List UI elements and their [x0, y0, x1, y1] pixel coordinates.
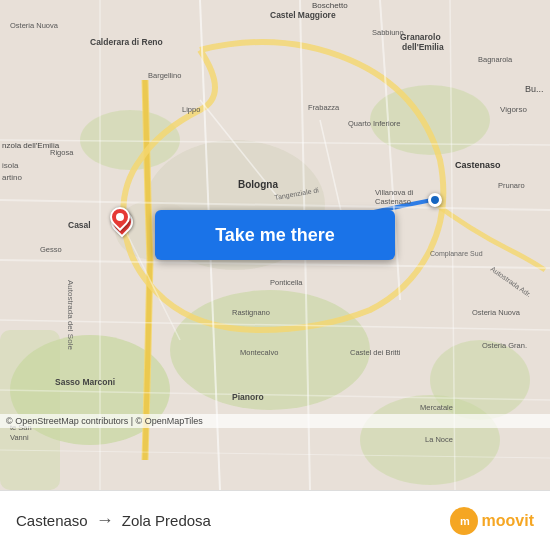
svg-text:Bagnarola: Bagnarola [478, 55, 513, 64]
svg-text:Osteria Gran.: Osteria Gran. [482, 341, 527, 350]
svg-text:Ponticella: Ponticella [270, 278, 303, 287]
origin-label: Castenaso [16, 512, 88, 529]
svg-text:artino: artino [2, 173, 23, 182]
svg-text:Villanova di: Villanova di [375, 188, 414, 197]
svg-text:Castenaso: Castenaso [375, 197, 411, 206]
svg-text:dell'Emilia: dell'Emilia [402, 42, 444, 52]
map-container: Autostrada del Sole Complanare Sud Tange… [0, 0, 550, 490]
svg-text:Bu...: Bu... [525, 84, 544, 94]
svg-text:m: m [460, 515, 470, 527]
svg-text:Quarto Inferiore: Quarto Inferiore [348, 119, 401, 128]
route-arrow: → [96, 510, 114, 531]
svg-text:Castel dei Britti: Castel dei Britti [350, 348, 401, 357]
svg-text:Calderara di Reno: Calderara di Reno [90, 37, 163, 47]
svg-text:Casal: Casal [68, 220, 91, 230]
svg-text:La Noce: La Noce [425, 435, 453, 444]
svg-text:Bargellino: Bargellino [148, 71, 181, 80]
svg-text:Montecalvo: Montecalvo [240, 348, 278, 357]
svg-text:Rastignano: Rastignano [232, 308, 270, 317]
svg-text:Castel Maggiore: Castel Maggiore [270, 10, 336, 20]
svg-text:Castenaso: Castenaso [455, 160, 501, 170]
svg-text:Vigorso: Vigorso [500, 105, 528, 114]
svg-text:Osteria Nuova: Osteria Nuova [472, 308, 521, 317]
destination-pin [428, 193, 442, 207]
svg-text:isola: isola [2, 161, 19, 170]
destination-label: Zola Predosa [122, 512, 211, 529]
svg-rect-6 [0, 330, 60, 490]
moovit-text-label: moovit [482, 512, 534, 530]
svg-point-3 [80, 110, 180, 170]
route-info: Castenaso → Zola Predosa [16, 510, 211, 531]
svg-text:Mercatale: Mercatale [420, 403, 453, 412]
moovit-icon: m [450, 507, 478, 535]
svg-text:Autostrada del Sole: Autostrada del Sole [66, 280, 75, 350]
svg-text:Boschetto: Boschetto [312, 1, 348, 10]
svg-text:Gesso: Gesso [40, 245, 62, 254]
svg-text:Sabbiuno: Sabbiuno [372, 28, 404, 37]
svg-text:Lippo: Lippo [182, 105, 200, 114]
map-attribution: © OpenStreetMap contributors | © OpenMap… [0, 414, 550, 428]
svg-text:Pianoro: Pianoro [232, 392, 264, 402]
footer-bar: Castenaso → Zola Predosa m moovit [0, 490, 550, 550]
svg-text:Vanni: Vanni [10, 433, 29, 442]
svg-text:Bologna: Bologna [238, 179, 278, 190]
svg-text:Osteria Nuova: Osteria Nuova [10, 21, 59, 30]
take-me-there-button[interactable]: Take me there [155, 210, 395, 260]
svg-text:nzola dell'Emilia: nzola dell'Emilia [2, 141, 60, 150]
svg-text:Sasso Marconi: Sasso Marconi [55, 377, 115, 387]
svg-text:Prunaro: Prunaro [498, 181, 525, 190]
svg-text:Frabazza: Frabazza [308, 103, 340, 112]
svg-text:Granarolo: Granarolo [400, 32, 441, 42]
moovit-logo: m moovit [450, 507, 534, 535]
svg-text:Complanare Sud: Complanare Sud [430, 250, 483, 258]
